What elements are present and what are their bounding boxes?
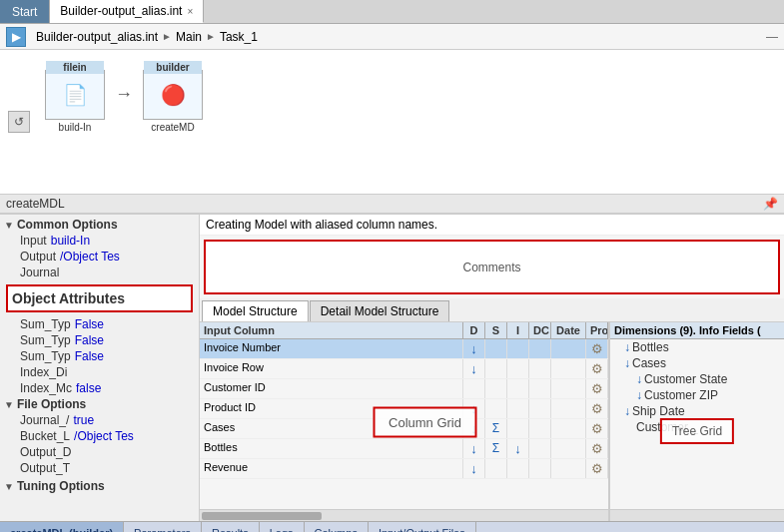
description-text: Creating Model with aliased column names… — [200, 215, 784, 236]
node-filein[interactable]: filein 📄 build-In — [45, 70, 105, 133]
bottom-tabs: createMDL (builder)ParametersResultsLogs… — [0, 521, 784, 532]
cell-d: ↓ — [463, 459, 485, 478]
tree-item-outputd: Output_D — [2, 444, 197, 460]
tree-row-icon: ↓ — [636, 388, 642, 402]
minimize-icon[interactable]: — — [766, 30, 778, 44]
tab-start[interactable]: Start — [0, 0, 50, 23]
col-header-d: D — [463, 322, 485, 338]
grid-scrollbar-thumb — [202, 512, 322, 520]
cell-name: Invoice Row — [200, 359, 463, 378]
cell-date — [551, 419, 586, 438]
bottom-tab-results[interactable]: Results — [202, 522, 260, 532]
table-row[interactable]: Customer ID ⚙ — [200, 379, 608, 399]
cell-i — [507, 379, 529, 398]
tree-grid-row[interactable]: ↓Bottles — [610, 339, 784, 355]
column-grid-header: Input Column D S I DC Date Prop — [200, 322, 608, 339]
bottom-tab-parameters[interactable]: Parameters — [124, 522, 202, 532]
breadcrumb-sep1: ► — [162, 31, 172, 42]
tree-row-label: Bottles — [632, 340, 669, 354]
common-options-header[interactable]: ▼ Common Options — [2, 217, 197, 233]
cell-s — [485, 379, 507, 398]
cell-name: Customer ID — [200, 379, 463, 398]
cell-dc — [529, 459, 551, 478]
file-options-header[interactable]: ▼ File Options — [2, 396, 197, 412]
node-builder[interactable]: builder 🔴 createMD — [143, 70, 203, 133]
tree-grid-row[interactable]: ↓Customer State — [610, 371, 784, 387]
tab-model-structure[interactable]: Model Structure — [202, 300, 309, 321]
object-attributes-box: Object Attributes — [6, 284, 193, 312]
bottom-tab-input/output-files[interactable]: Input/Output Files — [369, 522, 476, 532]
tuning-options-header[interactable]: ▼ Tuning Options — [2, 478, 197, 494]
table-row[interactable]: Cases ↓ Σ ⚙ — [200, 419, 608, 439]
col-header-prop: Prop — [586, 322, 608, 338]
arrow-connector: → — [115, 84, 133, 105]
cell-i: ↓ — [507, 439, 529, 458]
tree-item-sumtyp2: Sum_Typ False — [2, 332, 197, 348]
tree-grid-row[interactable]: ↓Customer ZIP — [610, 387, 784, 403]
tab-detail-model-structure[interactable]: Detail Model Structure — [310, 300, 450, 321]
table-row[interactable]: Invoice Row ↓ ⚙ — [200, 359, 608, 379]
cell-d: ↓ — [463, 359, 485, 378]
cell-dc — [529, 359, 551, 378]
cell-prop: ⚙ — [586, 339, 608, 358]
table-row[interactable]: Product ID ↓ ⚙ — [200, 399, 608, 419]
tab-start-label: Start — [12, 5, 37, 19]
table-row[interactable]: Revenue ↓ ⚙ — [200, 459, 608, 479]
bottom-tab-columns[interactable]: Columns — [305, 522, 369, 532]
cell-d: ↓ — [463, 439, 485, 458]
cell-dc — [529, 379, 551, 398]
cell-d: ↓ — [463, 339, 485, 358]
tree-item-journal-true: Journal_/ true — [2, 412, 197, 428]
cell-name: Cases — [200, 419, 463, 438]
tree-item-bucket: Bucket_L /Object Tes — [2, 428, 197, 444]
node-filein-icon: 📄 — [63, 83, 88, 107]
tree-row-icon: ↓ — [636, 372, 642, 386]
bottom-tab-createmdl-(builder)[interactable]: createMDL (builder) — [0, 522, 124, 532]
col-header-s: S — [485, 322, 507, 338]
tree-grid: Dimensions (9). Info Fields ( ↓Bottles↓C… — [609, 322, 784, 521]
tree-grid-row[interactable]: ↓Cases — [610, 355, 784, 371]
node-container: filein 📄 build-In → builder 🔴 createMD — [45, 60, 203, 133]
breadcrumb-task: Task_1 — [220, 30, 258, 44]
tab-file-label: Builder-output_alias.int — [60, 4, 182, 18]
properties-panel: ▼ Common Options Input build-In Output /… — [0, 214, 784, 521]
table-row[interactable]: Bottles ↓ Σ ↓ ⚙ — [200, 439, 608, 459]
node-builder-top-label: builder — [144, 61, 202, 74]
node-filein-box[interactable]: filein 📄 — [45, 70, 105, 120]
grid-scrollbar[interactable] — [200, 509, 608, 521]
cell-i — [507, 359, 529, 378]
tab-file[interactable]: Builder-output_alias.int × — [50, 0, 204, 23]
tuning-options-arrow: ▼ — [4, 481, 14, 492]
tree-grid-body[interactable]: ↓Bottles↓Cases↓Customer State↓Customer Z… — [610, 339, 784, 509]
tree-section-common: ▼ Common Options Input build-In Output /… — [2, 217, 197, 280]
cell-prop: ⚙ — [586, 419, 608, 438]
cell-name: Revenue — [200, 459, 463, 478]
tab-bar: Start Builder-output_alias.int × — [0, 0, 784, 24]
node-filein-bottom-label: build-In — [59, 122, 92, 133]
cell-prop: ⚙ — [586, 399, 608, 418]
node-builder-box[interactable]: builder 🔴 — [143, 70, 203, 120]
cell-s — [485, 399, 507, 418]
tree-section-tuning: ▼ Tuning Options — [2, 478, 197, 494]
play-button[interactable]: ▶ — [6, 27, 26, 47]
cell-name: Invoice Number — [200, 339, 463, 358]
file-options-label: File Options — [17, 397, 86, 411]
grid-body[interactable]: Invoice Number ↓ ⚙ Invoice Row ↓ ⚙ Custo… — [200, 339, 608, 509]
tree-item-outputt: Output_T — [2, 460, 197, 476]
tab-close-icon[interactable]: × — [187, 6, 193, 17]
tree-grid-row[interactable]: Customer _ — [610, 419, 784, 435]
tree-row-label: Ship Date — [632, 404, 685, 418]
refresh-button[interactable]: ↺ — [8, 111, 30, 133]
cell-date — [551, 339, 586, 358]
table-row[interactable]: Invoice Number ↓ ⚙ — [200, 339, 608, 359]
node-builder-icon: 🔴 — [161, 83, 186, 107]
tree-item-sumtyp3: Sum_Typ False — [2, 348, 197, 364]
cell-prop: ⚙ — [586, 379, 608, 398]
tree-grid-scrollbar[interactable] — [610, 509, 784, 521]
panel-section-label: createMDL 📌 — [0, 195, 784, 214]
cell-i — [507, 419, 529, 438]
comments-label: Comments — [462, 261, 520, 274]
bottom-tab-logs[interactable]: Logs — [260, 522, 305, 532]
file-options-arrow: ▼ — [4, 399, 14, 410]
tree-grid-row[interactable]: ↓Ship Date — [610, 403, 784, 419]
